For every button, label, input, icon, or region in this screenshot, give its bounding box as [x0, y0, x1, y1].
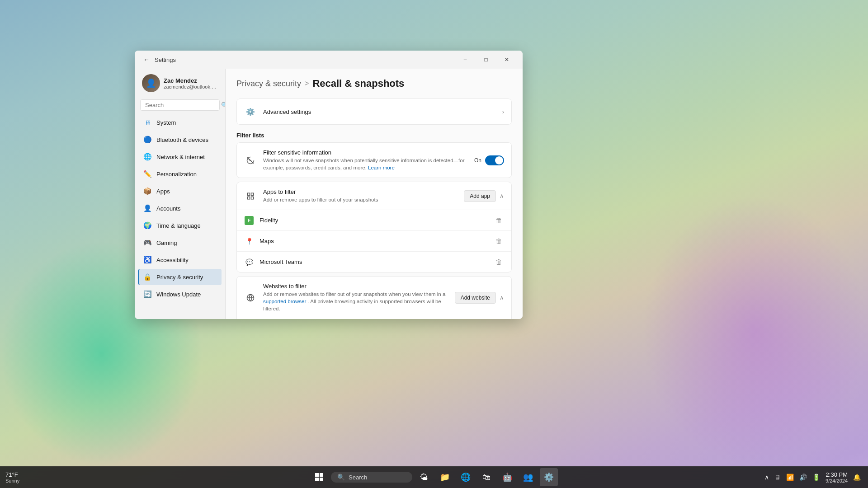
supported-browser-link[interactable]: supported browser [263, 299, 306, 304]
filter-sensitive-action: On [474, 155, 504, 165]
search-input[interactable] [145, 102, 221, 108]
apps-to-filter-card: Apps to filter Add or remove apps to fil… [236, 182, 512, 272]
taskbar-widgets-button[interactable]: 🌤 [415, 468, 433, 486]
teams-app-icon: 💬 [244, 257, 254, 267]
advanced-settings-action: › [502, 108, 504, 115]
delete-maps-button[interactable]: 🗑 [494, 235, 504, 247]
filter-sensitive-icon [244, 154, 257, 167]
privacy-icon: 🔒 [143, 272, 152, 282]
avatar-image: 👤 [142, 74, 160, 92]
filter-sensitive-toggle[interactable] [485, 155, 504, 165]
taskbar-search-text: Search [349, 474, 367, 481]
maps-app-name: Maps [259, 238, 494, 244]
advanced-settings-text: Advanced settings [263, 108, 502, 115]
fidelity-app-icon: F [244, 216, 254, 225]
svg-rect-1 [251, 193, 254, 195]
toggle-knob [495, 156, 503, 164]
sidebar-item-accounts[interactable]: 👤 Accounts [138, 200, 222, 216]
apps-filter-text: Apps to filter Add or remove apps to fil… [263, 188, 464, 203]
accessibility-icon: ♿ [143, 255, 152, 264]
delete-teams-button[interactable]: 🗑 [494, 256, 504, 267]
sidebar-label-update: Windows Update [156, 291, 201, 298]
teams-app-name: Microsoft Teams [259, 258, 494, 265]
system-tray: ∧ 🖥 📶 🔊 🔋 [763, 472, 822, 483]
taskbar-edge[interactable]: 🌐 [457, 468, 475, 486]
tray-volume[interactable]: 🔊 [797, 472, 809, 483]
advanced-settings-title: Advanced settings [263, 108, 502, 115]
filter-lists-label: Filter lists [236, 132, 512, 139]
sidebar-item-time[interactable]: 🌍 Time & language [138, 217, 222, 234]
sidebar-item-accessibility[interactable]: ♿ Accessibility [138, 252, 222, 268]
advanced-settings-card: ⚙️ Advanced settings › [236, 99, 512, 125]
add-website-button[interactable]: Add website [455, 292, 496, 304]
notification-icon[interactable]: 🔔 [851, 472, 863, 483]
clock-time: 2:30 PM [826, 471, 848, 478]
sidebar-item-gaming[interactable]: 🎮 Gaming [138, 235, 222, 251]
close-button[interactable]: ✕ [496, 52, 517, 67]
accounts-icon: 👤 [143, 204, 152, 213]
sidebar-label-network: Network & internet [156, 154, 205, 160]
sidebar-item-update[interactable]: 🔄 Windows Update [138, 286, 222, 302]
breadcrumb-separator: > [305, 80, 309, 88]
back-button[interactable]: ← [140, 53, 153, 66]
websites-filter-actions: Add website ∧ [455, 292, 504, 304]
fidelity-app-name: Fidelity [259, 217, 494, 224]
svg-rect-0 [247, 193, 250, 195]
taskbar-copilot[interactable]: 🤖 [498, 468, 516, 486]
weather-widget[interactable]: 71°F Sunny [5, 471, 19, 483]
sidebar-label-personalization: Personalization [156, 171, 197, 178]
minimize-button[interactable]: – [455, 52, 476, 67]
apps-filter-title: Apps to filter [263, 188, 464, 195]
add-app-button[interactable]: Add app [464, 190, 496, 202]
sidebar-item-privacy[interactable]: 🔒 Privacy & security [138, 269, 222, 285]
sidebar-search[interactable]: 🔍 [140, 99, 220, 111]
breadcrumb: Privacy & security > Recall & snapshots [236, 78, 512, 89]
filter-sensitive-title: Filter sensitive information [263, 149, 474, 156]
weather-temp: 71°F [5, 471, 18, 478]
start-button[interactable] [310, 468, 328, 486]
user-name: Zac Mendez [164, 77, 218, 84]
sidebar-label-bluetooth: Bluetooth & devices [156, 136, 208, 143]
app-item-maps: 📍 Maps 🗑 [237, 230, 511, 251]
tray-wifi[interactable]: 📶 [784, 472, 796, 483]
user-profile[interactable]: 👤 Zac Mendez zacmendez@outlook.com [138, 69, 222, 99]
sidebar-item-apps[interactable]: 📦 Apps [138, 183, 222, 199]
taskbar-store[interactable]: 🛍 [477, 468, 495, 486]
svg-rect-3 [251, 197, 254, 199]
breadcrumb-parent[interactable]: Privacy & security [236, 79, 301, 89]
app-item-fidelity: F Fidelity 🗑 [237, 210, 511, 230]
maps-app-icon: 📍 [244, 236, 254, 246]
advanced-settings-row[interactable]: ⚙️ Advanced settings › [237, 99, 511, 124]
websites-filter-subtitle: Add or remove websites to filter out of … [263, 291, 455, 312]
taskbar-center: 🔍 Search 🌤 📁 🌐 🛍 🤖 👥 ⚙️ [310, 468, 558, 486]
learn-more-link[interactable]: Learn more [368, 165, 395, 170]
clock[interactable]: 2:30 PM 9/24/2024 [826, 471, 848, 483]
system-icon: 🖥 [143, 118, 152, 127]
network-icon: 🌐 [143, 152, 152, 161]
websites-filter-title: Websites to filter [263, 283, 455, 290]
chevron-right-icon: › [502, 108, 504, 115]
delete-fidelity-button[interactable]: 🗑 [494, 215, 504, 226]
tray-battery[interactable]: 🔋 [811, 472, 822, 483]
taskbar-search[interactable]: 🔍 Search [331, 472, 412, 483]
websites-filter-text: Websites to filter Add or remove website… [263, 283, 455, 312]
sidebar-item-personalization[interactable]: ✏️ Personalization [138, 166, 222, 182]
sidebar-item-network[interactable]: 🌐 Network & internet [138, 149, 222, 165]
websites-filter-header[interactable]: Websites to filter Add or remove website… [237, 277, 511, 319]
taskbar-file-explorer[interactable]: 📁 [436, 468, 454, 486]
breadcrumb-current: Recall & snapshots [312, 78, 404, 89]
taskbar-settings-icon[interactable]: ⚙️ [540, 468, 558, 486]
apps-to-filter-header[interactable]: Apps to filter Add or remove apps to fil… [237, 182, 511, 210]
taskbar-teams[interactable]: 👥 [519, 468, 537, 486]
settings-window: ← Settings – □ ✕ 👤 Zac Mendez zacmende [135, 51, 523, 319]
sidebar-item-system[interactable]: 🖥 System [138, 114, 222, 131]
sidebar-item-bluetooth[interactable]: 🔵 Bluetooth & devices [138, 131, 222, 148]
sidebar-label-accessibility: Accessibility [156, 257, 189, 263]
tray-chevron[interactable]: ∧ [763, 472, 771, 483]
tray-display[interactable]: 🖥 [773, 472, 783, 483]
app-item-teams: 💬 Microsoft Teams 🗑 [237, 251, 511, 272]
svg-rect-7 [315, 478, 319, 481]
update-icon: 🔄 [143, 290, 152, 299]
collapse-icon: ∧ [500, 192, 504, 199]
maximize-button[interactable]: □ [476, 52, 496, 67]
